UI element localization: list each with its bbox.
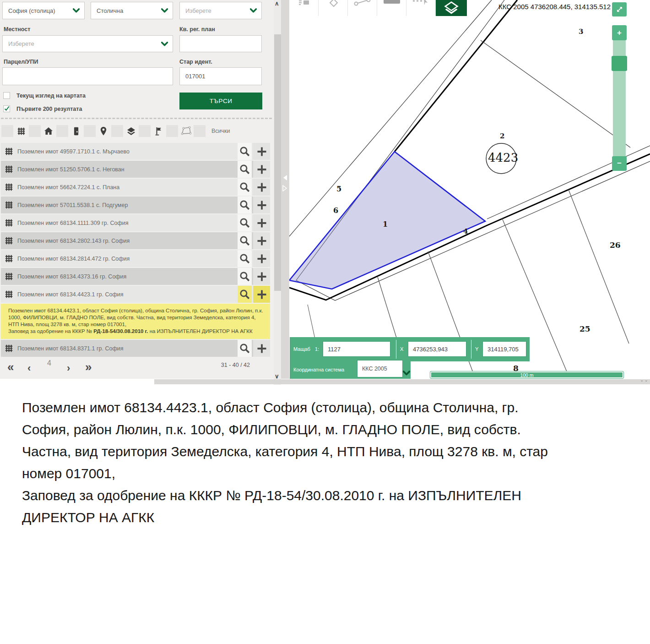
scroll-up-icon[interactable]: ∧ (275, 0, 279, 7)
zoom-to-result-button[interactable] (238, 250, 252, 267)
zoom-slider-handle[interactable] (612, 56, 627, 71)
layer-toggle-checkbox[interactable] (194, 125, 206, 137)
parcel-info-box: Поземлен имот 68134.4423.1, област София… (1, 304, 270, 339)
pagination-first-button[interactable]: « (7, 360, 14, 374)
add-result-button[interactable] (253, 232, 270, 249)
add-result-button[interactable] (253, 340, 270, 357)
flag-icon[interactable] (153, 125, 164, 137)
result-row[interactable]: Поземлен имот 56624.7224.1 с. Плана (1, 179, 270, 196)
layer-toggle-checkbox[interactable] (166, 125, 178, 137)
zoom-to-result-button[interactable] (238, 161, 252, 178)
layer-filter-toolbar: Всички (1, 124, 230, 138)
add-result-button[interactable] (253, 143, 270, 160)
parcel-grid-icon (5, 183, 13, 191)
zoom-to-result-button[interactable] (238, 232, 252, 249)
zoom-to-result-button[interactable] (238, 340, 252, 357)
scroll-down-icon[interactable]: ∨ (275, 373, 279, 380)
map-canvas[interactable]: 32561426258 4423 (289, 0, 650, 379)
result-row[interactable]: Поземлен имот 68134.1111.309 гр. София (1, 214, 270, 231)
add-result-button[interactable] (253, 286, 270, 303)
parcel-grid-icon (5, 201, 13, 209)
fullscreen-button[interactable] (612, 2, 627, 16)
add-result-button[interactable] (253, 196, 270, 213)
map-tool-ruler-icon[interactable] (377, 0, 406, 16)
add-result-button[interactable] (253, 161, 270, 178)
y-input[interactable] (488, 346, 526, 353)
mestnost-select[interactable]: Изберете (2, 35, 173, 52)
pagination-last-button[interactable]: » (85, 360, 92, 374)
chevron-down-icon[interactable] (403, 369, 410, 377)
layer-toggle-checkbox[interactable] (1, 125, 13, 137)
zoom-in-button[interactable]: + (612, 25, 627, 40)
map-layers-button[interactable] (436, 0, 467, 16)
zoom-to-result-button[interactable] (238, 286, 252, 303)
star-ident-input[interactable] (180, 68, 261, 85)
parcel-number-label: 4 (463, 227, 468, 235)
add-result-button[interactable] (253, 250, 270, 267)
parcel-description-line: Заповед за одобрение на КККР № РД-18-54/… (22, 485, 631, 507)
settlement-select[interactable]: Изберете (179, 2, 262, 19)
scale-input[interactable] (328, 346, 390, 353)
parcel-description-line: София, район Люлин, п.к. 1000, ФИЛИПОВЦИ… (22, 419, 631, 441)
result-row[interactable]: Поземлен имот 68134.8371.1 гр. София (1, 340, 270, 357)
result-label: Поземлен имот 68134.4423.1 гр. София (17, 291, 238, 298)
layer-toggle-checkbox[interactable] (139, 125, 151, 137)
zoom-out-button[interactable]: − (612, 156, 627, 171)
add-result-button[interactable] (253, 179, 270, 196)
cadastre-app: София (столица) Столична Изберете Местно… (0, 0, 650, 644)
map-tool-select-path-icon[interactable] (406, 0, 436, 16)
map-tool-info-icon[interactable] (289, 0, 319, 16)
home-icon[interactable] (43, 125, 54, 137)
result-row[interactable]: Поземлен имот 68134.4423.1 гр. София (1, 286, 270, 303)
x-input[interactable] (413, 346, 466, 353)
horizontal-scrollbar[interactable] (154, 379, 650, 384)
layer-toggle-checkbox[interactable] (84, 125, 96, 137)
coordsys-select[interactable]: ККС 2005 (357, 360, 403, 377)
panel-scrollbar-thumb[interactable] (274, 34, 281, 291)
polygon-icon[interactable] (180, 125, 191, 137)
parcel-input[interactable] (3, 68, 173, 85)
layer-toggle-checkbox[interactable] (29, 125, 41, 137)
zoom-to-result-button[interactable] (238, 196, 252, 213)
pagination-prev-button[interactable]: ‹ (27, 361, 31, 375)
add-result-button[interactable] (253, 214, 270, 231)
chevron-down-icon (250, 6, 257, 15)
map-tool-measure-line-icon[interactable] (348, 0, 377, 16)
zoom-to-result-button[interactable] (238, 179, 252, 196)
region-select[interactable]: София (столица) (2, 2, 85, 19)
expand-right-icon[interactable] (282, 185, 287, 193)
layers-icon[interactable] (125, 125, 136, 137)
layer-toggle-checkbox[interactable] (56, 125, 68, 137)
y-field (482, 341, 526, 357)
kv-reg-plan-label: Кв. рег. план (179, 26, 215, 33)
result-row[interactable]: Поземлен имот 57011.5538.1 с. Подгумер (1, 196, 270, 213)
result-row[interactable]: Поземлен имот 68134.2802.143 гр. София (1, 232, 270, 249)
result-row[interactable]: Поземлен имот 68134.4373.16 гр. София (1, 268, 270, 285)
result-label: Поземлен имот 68134.4373.16 гр. София (17, 273, 238, 280)
building-icon[interactable] (70, 125, 81, 137)
parcel-field (2, 67, 173, 85)
result-row[interactable]: Поземлен имот 51250.5706.1 с. Негован (1, 161, 270, 178)
pagination-next-button[interactable]: › (67, 361, 70, 375)
grid-icon[interactable] (16, 125, 27, 137)
star-ident-field (179, 67, 262, 85)
map-tool-eraser-icon[interactable] (319, 0, 348, 16)
result-label: Поземлен имот 56624.7224.1 с. Плана (17, 184, 238, 191)
result-row[interactable]: Поземлен имот 68134.2814.472 гр. София (1, 250, 270, 267)
add-result-button[interactable] (253, 268, 270, 285)
first-200-results-checkbox[interactable] (3, 105, 10, 112)
coordsys-value: ККС 2005 (362, 366, 387, 372)
pin-icon[interactable] (98, 125, 109, 137)
parcel-number-label: 6 (333, 206, 338, 215)
current-map-view-checkbox[interactable] (3, 92, 10, 99)
layer-toggle-checkbox[interactable] (111, 125, 123, 137)
zoom-to-result-button[interactable] (238, 143, 252, 160)
zoom-to-result-button[interactable] (238, 268, 252, 285)
scale-one-label: 1: (315, 346, 319, 352)
search-button[interactable]: ТЪРСИ (179, 93, 262, 109)
result-row[interactable]: Поземлен имот 49597.1710.1 с. Мърчаево (1, 143, 270, 160)
zoom-to-result-button[interactable] (238, 214, 252, 231)
kv-reg-plan-input[interactable] (180, 36, 261, 52)
collapse-left-icon[interactable] (282, 175, 287, 183)
municipality-select[interactable]: Столична (91, 2, 173, 19)
